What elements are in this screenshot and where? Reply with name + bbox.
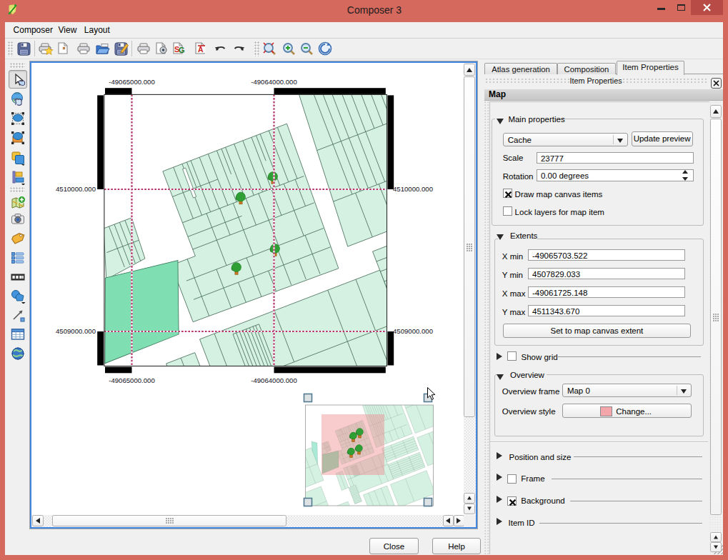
- svg-text:4509000.000: 4509000.000: [393, 327, 433, 335]
- svg-text:4509000.000: 4509000.000: [55, 327, 95, 335]
- svg-text:A: A: [198, 45, 204, 54]
- svg-text:-49064000.000: -49064000.000: [251, 376, 297, 384]
- svg-text:-49064000.000: -49064000.000: [251, 78, 297, 86]
- svg-text:G: G: [179, 46, 185, 54]
- svg-text:-49065000.000: -49065000.000: [109, 376, 155, 384]
- svg-text:4510000.000: 4510000.000: [393, 185, 433, 193]
- svg-text:4510000.000: 4510000.000: [55, 185, 95, 193]
- svg-text:-49065000.000: -49065000.000: [109, 78, 155, 86]
